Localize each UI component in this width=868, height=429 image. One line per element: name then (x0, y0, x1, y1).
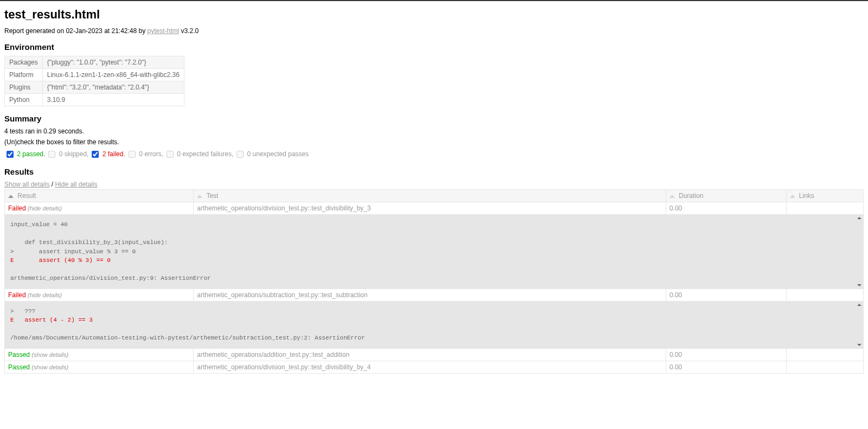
filter-failed: 2 failed, (90, 149, 125, 159)
page-title: test_results.html (4, 8, 864, 22)
environment-row: PlatformLinux-6.1.1-zen1-1-zen-x86_64-wi… (5, 69, 184, 81)
test-cell: arthemetic_operations/subtraction_test.p… (194, 289, 666, 301)
filter-skipped: 0 skipped, (46, 149, 88, 159)
result-cell: Passed (show details) (5, 348, 194, 361)
environment-value: Linux-6.1.1-zen1-1-zen-x86_64-with-glibc… (42, 69, 184, 81)
environment-key: Packages (5, 56, 43, 69)
table-row: Passed (show details)arthemetic_operatio… (5, 348, 864, 361)
environment-key: Python (5, 94, 43, 106)
links-cell (786, 289, 863, 301)
sort-icon (669, 195, 675, 198)
test-cell: arthemetic_operations/division_test.py::… (194, 361, 666, 373)
links-cell (786, 361, 863, 373)
filter-separator: , (87, 150, 88, 158)
results-table: Result Test Duration Links Failed (hide … (4, 189, 864, 374)
hide-details-toggle[interactable]: (hide details) (28, 292, 62, 298)
filter-errors: 0 errors, (126, 149, 163, 159)
log-cell: > ??? E assert (4 - 2) == 3 /home/ams/Do… (5, 301, 864, 348)
log-output: > ??? E assert (4 - 2) == 3 /home/ams/Do… (5, 302, 863, 348)
log-plain: input_value = 40 def test_divisibility_b… (10, 221, 168, 255)
filter-passed-checkbox[interactable] (7, 151, 14, 158)
show-details-toggle[interactable]: (show details) (31, 364, 68, 370)
filter-xfailed-label: 0 expected failures (175, 150, 232, 158)
environment-row: Python3.10.9 (5, 94, 184, 106)
column-header-result[interactable]: Result (5, 190, 194, 202)
log-tail: /home/ams/Documents/Automation-testing-w… (10, 335, 365, 341)
filter-separator: , (162, 150, 163, 158)
environment-table: Packages{"pluggy": "1.0.0", "pytest": "7… (4, 56, 184, 106)
log-plain: > ??? (10, 308, 35, 315)
summary-ran: 4 tests ran in 0.29 seconds. (4, 127, 864, 135)
hide-all-details-link[interactable]: Hide all details (55, 181, 97, 188)
show-details-toggle[interactable]: (show details) (31, 351, 68, 358)
log-row: > ??? E assert (4 - 2) == 3 /home/ams/Do… (5, 301, 864, 348)
filter-passed: 2 passed, (4, 149, 45, 159)
show-all-details-link[interactable]: Show all details (4, 181, 49, 188)
environment-row: Packages{"pluggy": "1.0.0", "pytest": "7… (5, 56, 184, 69)
filter-errors-checkbox (129, 151, 136, 158)
generated-prefix: Report generated on 02-Jan-2023 at 21:42… (4, 27, 148, 35)
generator-link[interactable]: pytest-html (148, 27, 180, 35)
column-header-links[interactable]: Links (786, 190, 863, 202)
filter-failed-checkbox[interactable] (92, 151, 99, 158)
column-header-test[interactable]: Test (194, 190, 666, 202)
log-cell: input_value = 40 def test_divisibility_b… (5, 215, 864, 289)
test-cell: arthemetic_operations/division_test.py::… (194, 202, 666, 215)
generator-version: v3.2.0 (179, 27, 199, 35)
filter-xpassed-checkbox (237, 151, 244, 158)
summary-filters: 2 passed, 0 skipped, 2 failed, 0 errors,… (4, 149, 864, 159)
links-cell (786, 202, 863, 215)
duration-cell: 0.00 (666, 289, 786, 301)
filter-xpassed-label: 0 unexpected passes (245, 150, 309, 158)
test-cell: arthemetic_operations/addition_test.py::… (194, 348, 666, 361)
filter-skipped-checkbox (48, 151, 55, 158)
sort-icon (790, 195, 795, 198)
log-row: input_value = 40 def test_divisibility_b… (5, 215, 864, 289)
filter-passed-label: 2 passed (15, 150, 43, 158)
filter-skipped-label: 0 skipped (57, 150, 87, 158)
column-header-result-label: Result (17, 192, 36, 200)
sort-icon (197, 195, 202, 198)
report-generated-line: Report generated on 02-Jan-2023 at 21:42… (4, 27, 864, 35)
scroll-down-icon[interactable] (856, 283, 862, 288)
column-header-duration-label: Duration (679, 192, 703, 200)
sort-asc-icon (8, 195, 14, 198)
table-row: Failed (hide details)arthemetic_operatio… (5, 289, 864, 301)
column-header-duration[interactable]: Duration (666, 190, 786, 202)
links-cell (786, 348, 863, 361)
filter-separator: , (232, 150, 233, 158)
results-heading: Results (4, 167, 864, 176)
scroll-down-icon[interactable] (856, 342, 862, 348)
environment-row: Plugins{"html": "3.2.0", "metadata": "2.… (5, 81, 184, 94)
result-label: Failed (8, 204, 28, 212)
log-error-line: E assert (40 % 3) == 0 (10, 257, 111, 264)
result-cell: Failed (hide details) (5, 289, 194, 301)
table-row: Passed (show details)arthemetic_operatio… (5, 361, 864, 373)
table-row: Failed (hide details)arthemetic_operatio… (5, 202, 864, 215)
filter-separator: , (43, 150, 45, 158)
filter-xfailed-checkbox (167, 151, 174, 158)
result-label: Passed (8, 351, 31, 358)
duration-cell: 0.00 (666, 202, 786, 215)
summary-heading: Summary (4, 114, 864, 123)
environment-value: {"html": "3.2.0", "metadata": "2.0.4"} (42, 81, 184, 94)
duration-cell: 0.00 (666, 348, 786, 361)
result-label: Failed (8, 291, 28, 299)
toggle-separator: / (49, 181, 55, 188)
hide-details-toggle[interactable]: (hide details) (28, 205, 62, 212)
environment-key: Plugins (5, 81, 43, 94)
environment-value: 3.10.9 (42, 94, 184, 106)
environment-value: {"pluggy": "1.0.0", "pytest": "7.2.0"} (42, 56, 184, 69)
filter-xfailed: 0 expected failures, (164, 149, 233, 159)
scroll-up-icon[interactable] (856, 215, 862, 221)
log-tail: arthemetic_operations/division_test.py:9… (10, 275, 211, 281)
column-header-test-label: Test (206, 192, 218, 200)
result-cell: Passed (show details) (5, 361, 194, 373)
log-output: input_value = 40 def test_divisibility_b… (5, 215, 863, 289)
log-error-line: E assert (4 - 2) == 3 (10, 317, 93, 323)
result-label: Passed (8, 363, 31, 371)
column-header-links-label: Links (799, 192, 814, 200)
result-cell: Failed (hide details) (5, 202, 194, 215)
scroll-up-icon[interactable] (856, 302, 862, 308)
filter-xpassed: 0 unexpected passes (234, 149, 309, 159)
